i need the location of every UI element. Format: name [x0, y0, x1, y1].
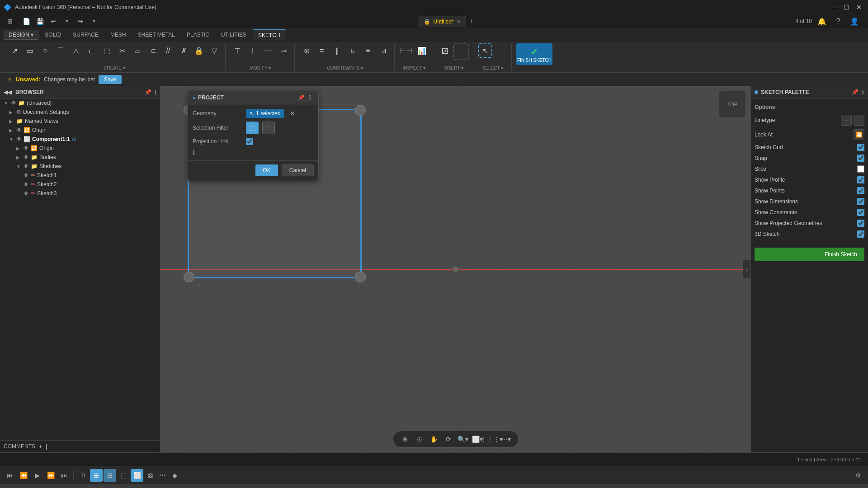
lookat-button[interactable]: 🎦	[854, 129, 864, 140]
settings-button[interactable]: ⚙	[852, 469, 864, 482]
analysis-tool[interactable]: 📊	[415, 43, 429, 58]
triangle-tool[interactable]: △	[69, 43, 83, 58]
finish-sketch-button[interactable]: ✓ FINISH SKETCH	[516, 43, 552, 65]
active-tab[interactable]: 🔒 Untitled* ✕	[419, 16, 466, 27]
viewport[interactable]: TOP › ● PROJECT 📌 ⟫ Geometry ↖ 1 selecte…	[160, 86, 750, 452]
parallel-tool[interactable]: ∥	[330, 43, 344, 58]
sketch-grid-checkbox[interactable]	[857, 144, 864, 151]
play-button[interactable]: ▶	[31, 469, 43, 482]
coincident-tool[interactable]: ⊕	[299, 43, 314, 58]
palette-pin[interactable]: 📌	[852, 89, 859, 95]
palette-expand[interactable]: ⟫	[861, 89, 864, 95]
tab-plastic[interactable]: PLASTIC	[181, 30, 215, 40]
snap-checkbox[interactable]	[857, 155, 864, 162]
tab-surface[interactable]: SURFACE	[67, 30, 104, 40]
perpendicular-tool[interactable]: ⊾	[345, 43, 360, 58]
dialog-pin-icon[interactable]: 📌	[297, 94, 305, 101]
insert-canvas-tool[interactable]	[453, 43, 469, 60]
timeline-icon4[interactable]: ⬚	[117, 469, 130, 482]
new-tab-button[interactable]: +	[466, 16, 477, 27]
redo-button[interactable]: ↪	[74, 15, 87, 28]
visibility-sketches[interactable]: 👁	[24, 163, 29, 169]
redo-dropdown[interactable]: ▼	[88, 15, 100, 28]
conic-tool[interactable]: ⌓	[130, 43, 145, 58]
slice-checkbox[interactable]	[857, 165, 864, 173]
tree-item-doc-settings[interactable]: ▶ ⚙ Document Settings	[0, 108, 160, 117]
filter-edges-button[interactable]: □	[262, 122, 275, 134]
timeline-diamond[interactable]: ◆	[168, 469, 181, 482]
tab-mesh[interactable]: MESH	[105, 30, 132, 40]
undo-button[interactable]: ↩	[47, 15, 60, 28]
tree-item-root[interactable]: ▼ 👁 📁 (Unsaved)	[0, 99, 160, 108]
trim-tool[interactable]: ⊤	[230, 43, 245, 58]
pan-button[interactable]: ✋	[428, 433, 440, 446]
ok-button[interactable]: OK	[255, 164, 278, 176]
spline-tool[interactable]: ✂	[115, 43, 129, 58]
line-tool[interactable]: ↗	[7, 43, 22, 58]
user-icon[interactable]: 👤	[848, 15, 861, 28]
extend-tool[interactable]: ⊥	[245, 43, 260, 58]
arc-tool[interactable]: ⌒	[53, 43, 68, 58]
insert-image-tool[interactable]: 🖼	[438, 44, 452, 59]
box-select-tool[interactable]	[493, 43, 508, 58]
show-dimensions-checkbox[interactable]	[857, 198, 864, 205]
maximize-button[interactable]: ☐	[841, 2, 852, 13]
view-cube[interactable]: TOP	[719, 91, 746, 118]
tree-item-sketch1[interactable]: 👁 ✏ Sketch1	[0, 171, 160, 180]
fillet-tool[interactable]: —	[261, 43, 275, 58]
snap-cursor-button[interactable]: ⊕	[399, 433, 411, 446]
point-tool[interactable]: ⬚	[99, 43, 114, 58]
visibility-sketch1[interactable]: 👁	[24, 172, 29, 178]
visibility-comp-origin[interactable]: 👁	[24, 145, 29, 151]
timeline-icon3[interactable]: ⊟	[104, 469, 116, 482]
midpoint-tool[interactable]: ⊿	[376, 43, 391, 58]
play-prev-button[interactable]: ⏪	[17, 469, 30, 482]
3d-sketch-checkbox[interactable]	[857, 230, 864, 238]
finish-sketch-button[interactable]: Finish Sketch	[755, 248, 864, 261]
tree-item-sketches[interactable]: ▼ 👁 📁 Sketches	[0, 162, 160, 171]
minimize-button[interactable]: —	[828, 2, 839, 13]
tab-solid[interactable]: SOLID	[39, 30, 66, 40]
tree-item-sketch2[interactable]: 👁 ✏ Sketch2	[0, 180, 160, 189]
save-button[interactable]: 💾	[33, 15, 46, 28]
tab-close-button[interactable]: ✕	[457, 19, 461, 25]
apps-grid-icon[interactable]: ⊞	[4, 15, 16, 28]
tree-item-sketch3[interactable]: 👁 ✏ Sketch3	[0, 189, 160, 198]
tree-item-comp-origin[interactable]: ▶ 👁 🔁 Origin	[0, 144, 160, 153]
tab-sheet-metal[interactable]: SHEET METAL	[132, 30, 180, 40]
notifications-icon[interactable]: 🔔	[816, 15, 828, 28]
capture-position-button[interactable]: ⊙	[413, 433, 426, 446]
show-projected-checkbox[interactable]	[857, 220, 864, 227]
visibility-origin[interactable]: 👁	[16, 127, 22, 133]
tree-item-component1[interactable]: ▼ 👁 ⬜ Component1:1 ⊙	[0, 135, 160, 144]
filter-faces-button[interactable]: ⬚	[246, 122, 259, 134]
equal-tool[interactable]: ≡	[361, 43, 375, 58]
undo-dropdown[interactable]: ▼	[61, 15, 73, 28]
linetype-dashed-button[interactable]: - -	[854, 115, 864, 126]
visibility-sketch2[interactable]: 👁	[24, 181, 29, 188]
pin-icon[interactable]: 📌	[145, 89, 151, 95]
show-profile-checkbox[interactable]	[857, 176, 864, 183]
tree-item-origin[interactable]: ▶ 👁 🔁 Origin	[0, 126, 160, 135]
design-workspace-button[interactable]: DESIGN ▾	[4, 30, 38, 40]
visibility-bodies[interactable]: 👁	[24, 154, 29, 160]
circle-tool[interactable]: ○	[38, 43, 52, 58]
rect-tool[interactable]: ▭	[23, 43, 37, 58]
linetype-solid-button[interactable]: —	[841, 115, 852, 126]
more-options-button[interactable]: ⋯▾	[500, 433, 513, 446]
save-changes-button[interactable]: Save	[99, 75, 122, 84]
visibility-sketch3[interactable]: 👁	[24, 190, 29, 197]
tree-item-named-views[interactable]: ▶ 📁 Named Views	[0, 117, 160, 126]
grid-options-button[interactable]: ⋮⋮⋮▾	[486, 433, 498, 446]
chamfer-tool[interactable]: ⊸	[276, 43, 291, 58]
pattern-tool[interactable]: ✗	[176, 43, 191, 58]
help-icon[interactable]: ?	[832, 15, 844, 28]
zoom-button[interactable]: 🔍▾	[457, 433, 469, 446]
tab-utilities[interactable]: UTILITIES	[216, 30, 252, 40]
select-tool[interactable]: ↖	[478, 43, 492, 58]
timeline-icon6[interactable]: ⊠	[144, 469, 157, 482]
timeline-icon5[interactable]: ⬜	[131, 469, 143, 482]
tab-sketch[interactable]: SKETCH	[253, 29, 286, 40]
visibility-comp[interactable]: 👁	[16, 136, 22, 142]
collapse-icon[interactable]: ◀◀	[4, 89, 12, 95]
